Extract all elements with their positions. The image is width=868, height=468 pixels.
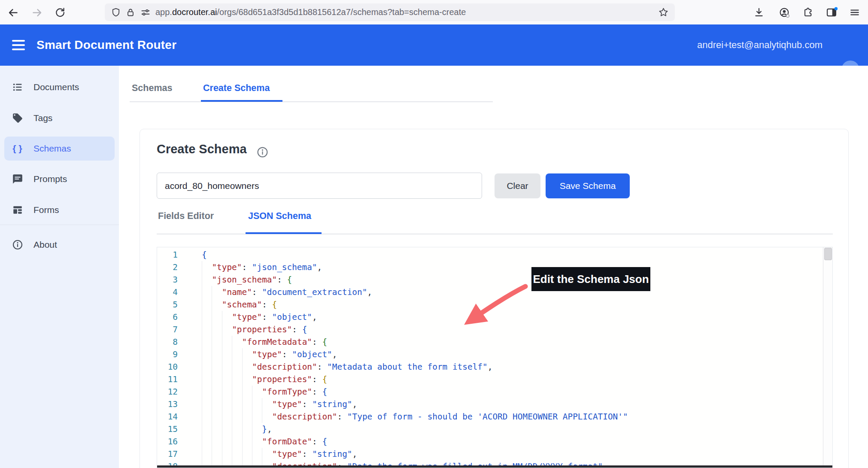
code-line: 7"properties": { [157,323,823,336]
code-line: 2"type": "json_schema", [157,261,823,274]
line-number: 14 [157,410,178,423]
url-text[interactable]: app.docrouter.ai/orgs/68d651a3f3d5d1b881… [155,7,654,17]
code-token: "type" [272,398,302,410]
firefox-view-button[interactable] [825,6,838,19]
bookmark-star-icon[interactable] [658,7,669,18]
sidebar-item-about[interactable]: About [4,233,115,257]
indent-guide [252,386,262,398]
clear-button[interactable]: Clear [495,173,540,198]
code-token: , [267,423,272,435]
browser-reload-button[interactable] [54,6,67,19]
indent-guide [242,435,252,448]
code-token: : [337,410,347,423]
editor-scrollbar[interactable] [823,247,832,468]
line-number: 8 [157,336,178,348]
save-schema-button[interactable]: Save Schema [546,173,630,198]
tab-json-schema[interactable]: JSON Schema [248,205,311,227]
code-line: 13"type": "string", [157,398,823,410]
browser-menu-button[interactable] [848,6,861,19]
code-token: "description" [252,361,317,373]
tab-fields-editor[interactable]: Fields Editor [158,205,214,227]
code-line: 5"schema": { [157,298,823,311]
indent-guide [222,311,232,323]
indent-guide [242,448,252,460]
sidebar-item-label: Tags [33,113,52,123]
sidebar-item-tags[interactable]: Tags [4,106,115,130]
extensions-button[interactable] [801,6,814,19]
account-button[interactable] [778,6,791,19]
json-code-editor[interactable]: 1{2"type": "json_schema",3"json_schema":… [157,247,833,468]
indent-guide [232,348,242,361]
puzzle-piece-icon [802,7,813,18]
line-number: 5 [157,298,178,311]
indent-guide [242,410,252,423]
code-token: "type" [272,448,302,460]
indent-guide [202,323,212,336]
code-token: : [312,336,322,348]
code-line: 10"description": "Metadata about the for… [157,361,823,373]
indent-guide [202,311,212,323]
code-token: : [242,261,252,274]
line-number: 9 [157,348,178,361]
schema-name-input[interactable] [157,173,482,199]
tag-icon [12,112,23,124]
code-line: 3"json_schema": { [157,274,823,286]
account-icon [779,7,790,18]
code-token: : [302,448,312,460]
annotation-label: Edit the Schema Json [531,267,650,291]
indent-guide [212,336,222,348]
permissions-icon[interactable] [140,7,151,18]
indent-guide [202,423,212,435]
sidebar-item-label: About [33,240,57,250]
sidebar-item-label: Documents [33,82,79,92]
sidebar-item-schemas[interactable]: { } Schemas [4,137,115,161]
indent-guide [212,361,222,373]
indent-guide [202,373,212,386]
forms-grid-icon [12,204,23,216]
indent-guide [222,336,232,348]
indent-guide [232,361,242,373]
browser-back-button[interactable] [6,6,19,19]
indent-guide [202,298,212,311]
code-token: : [262,311,272,323]
schema-info-icon[interactable] [256,146,269,160]
indent-guide [262,448,272,460]
line-number: 6 [157,311,178,323]
code-token: "string" [312,448,352,460]
line-number: 16 [157,435,178,448]
tab-schemas[interactable]: Schemas [132,75,172,101]
code-token: : [312,386,322,398]
indent-guide [262,410,272,423]
reload-icon [55,7,66,18]
lock-icon[interactable] [125,7,136,18]
indent-guide [202,336,212,348]
documents-list-icon [12,82,23,93]
code-token: , [352,398,358,410]
scrollbar-thumb[interactable] [824,248,832,260]
tab-create-schema[interactable]: Create Schema [203,75,270,101]
indent-guide [232,423,242,435]
sidebar-item-forms[interactable]: Forms [4,198,115,222]
indent-guide [202,361,212,373]
indent-guide [212,386,222,398]
code-token: "formDate" [262,435,312,448]
code-token: } [262,423,267,435]
code-token: "schema" [222,298,262,311]
info-icon [12,239,23,250]
code-token: { [302,323,307,336]
code-token: "json_schema" [252,261,317,274]
active-subtab-indicator [246,232,322,234]
app-menu-button[interactable] [12,40,25,50]
sidebar-item-documents[interactable]: Documents [4,75,115,99]
url-bar[interactable]: app.docrouter.ai/orgs/68d651a3f3d5d1b881… [105,3,675,21]
shield-icon[interactable] [111,7,121,18]
browser-forward-button[interactable] [30,6,43,19]
code-token: : [262,298,272,311]
indent-guide [202,410,212,423]
downloads-button[interactable] [753,6,765,19]
indent-guide [212,311,222,323]
indent-guide [222,373,232,386]
indent-guide [232,435,242,448]
sidebar-item-prompts[interactable]: Prompts [4,167,115,191]
indent-guide [242,398,252,410]
